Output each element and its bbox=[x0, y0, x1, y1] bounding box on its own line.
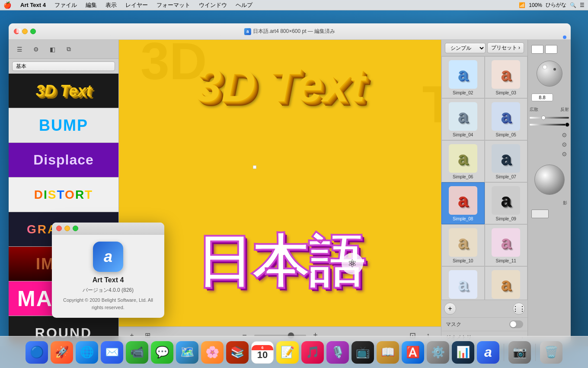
dock-arttext[interactable]: a bbox=[477, 341, 499, 364]
style-grid-item[interactable]: aSimple_08 bbox=[441, 182, 485, 224]
style-grid-item[interactable]: aSimple_10 bbox=[441, 224, 485, 266]
about-minimize-button[interactable] bbox=[64, 226, 70, 231]
dock-photos[interactable]: 🌸 bbox=[201, 341, 224, 364]
sidebar-gear-btn[interactable]: ⚙ bbox=[29, 43, 42, 55]
dock-finder[interactable]: 🔵 bbox=[26, 341, 48, 364]
help-menu[interactable]: ヘルプ bbox=[234, 1, 254, 9]
mask-toggle[interactable] bbox=[509, 320, 523, 328]
dock-books-app[interactable]: 📚 bbox=[226, 341, 249, 364]
style-grid-label: Simple_08 bbox=[453, 216, 473, 221]
style-preview-Simple_05: a bbox=[492, 102, 520, 131]
view-menu[interactable]: 表示 bbox=[104, 1, 118, 9]
diffuse-label: 広散 bbox=[530, 107, 538, 113]
dock-music[interactable]: 🎵 bbox=[301, 341, 324, 364]
style-grid-item[interactable]: aSimple_07 bbox=[485, 140, 528, 182]
style-grid-item[interactable]: aSimple_12 bbox=[441, 266, 485, 300]
input-method[interactable]: ひらがな bbox=[546, 1, 566, 9]
dock-sysprefs[interactable]: ⚙️ bbox=[427, 341, 449, 364]
about-content: a Art Text 4 バージョン4.0.0 (826) Copyright … bbox=[52, 235, 164, 318]
dock-camera[interactable]: 📷 bbox=[508, 341, 531, 364]
minimize-button[interactable] bbox=[22, 29, 28, 34]
add-style-button[interactable]: + bbox=[444, 303, 456, 315]
color-swatch-bottom[interactable] bbox=[531, 210, 549, 218]
about-fullscreen-button[interactable] bbox=[73, 226, 78, 231]
dock-mail[interactable]: ✉️ bbox=[101, 341, 123, 364]
file-menu[interactable]: ファイル bbox=[53, 1, 79, 9]
sidebar-stack-btn[interactable]: ⧉ bbox=[62, 43, 75, 55]
diffuse-reflect-row: 広散 反射 bbox=[530, 107, 569, 113]
canvas-area: 3D T 3D Text 日本語 ⚛ + ⊞ bbox=[119, 40, 441, 344]
dock-messages[interactable]: 💬 bbox=[151, 341, 173, 364]
dock-appstore[interactable]: 🅰️ bbox=[402, 341, 424, 364]
canvas-content[interactable]: 3D T 3D Text 日本語 ⚛ bbox=[119, 40, 441, 326]
about-close-button[interactable] bbox=[56, 226, 62, 231]
value-input[interactable]: 8.8 bbox=[531, 94, 553, 101]
list-item[interactable]: Displace bbox=[9, 143, 118, 178]
style-grid-item[interactable]: aSimple_04 bbox=[441, 98, 485, 140]
list-item[interactable]: DISTORT bbox=[9, 178, 118, 212]
grid-action-button[interactable]: ⋮⋮ bbox=[513, 303, 525, 315]
dock-maps[interactable]: 🗺️ bbox=[176, 341, 198, 364]
format-menu[interactable]: フォーマット bbox=[155, 1, 192, 9]
dock-calendar[interactable]: 6 10 bbox=[251, 341, 274, 364]
right-style-panel: シンプル プリセット › aSimple_02aSimple_03aSimple… bbox=[441, 40, 527, 344]
preset-dropdown[interactable]: シンプル bbox=[445, 43, 486, 53]
fullscreen-button[interactable] bbox=[30, 29, 36, 34]
preset-button[interactable]: プリセット › bbox=[487, 42, 524, 53]
bg-watermark2: T bbox=[422, 74, 441, 134]
window-menu[interactable]: ウインドウ bbox=[197, 1, 229, 9]
sidebar-layer-btn[interactable]: ◧ bbox=[46, 43, 59, 55]
style-grid-item[interactable]: aSimple_02 bbox=[441, 56, 485, 98]
wifi-icon: 📶 bbox=[519, 2, 525, 8]
dock-facetime[interactable]: 📹 bbox=[126, 341, 148, 364]
style-grid-item[interactable]: aSimple_11 bbox=[485, 224, 528, 266]
list-item[interactable]: BUMP bbox=[9, 108, 118, 143]
selection-handle[interactable] bbox=[253, 165, 256, 169]
light-direction-control[interactable] bbox=[537, 61, 562, 87]
title-label: 日本語.art4 800×600 pt — 編集済み bbox=[253, 28, 335, 35]
dock-safari[interactable]: 🌐 bbox=[76, 341, 98, 364]
dock-launchpad[interactable]: 🚀 bbox=[51, 341, 73, 364]
app-name-menu[interactable]: Art Text 4 bbox=[19, 2, 48, 8]
search-icon[interactable]: 🔍 bbox=[570, 2, 576, 8]
style-grid-item[interactable]: aSimple_13 bbox=[485, 266, 528, 300]
dock-activity[interactable]: 📊 bbox=[452, 341, 474, 364]
gear-icon-2[interactable]: ⚙ bbox=[562, 141, 567, 148]
sidebar-list-btn[interactable]: ☰ bbox=[13, 43, 26, 55]
diffuse-slider[interactable] bbox=[530, 117, 569, 119]
style-grid-label: Simple_06 bbox=[453, 174, 473, 179]
list-item[interactable]: 3D Text bbox=[9, 74, 118, 108]
color-swatch-white2[interactable] bbox=[545, 45, 557, 54]
dock-notes[interactable]: 📝 bbox=[276, 341, 299, 364]
style-grid-item[interactable]: aSimple_09 bbox=[485, 182, 528, 224]
dock-podcasts[interactable]: 🎙️ bbox=[326, 341, 349, 364]
sidebar-toolbar: ☰ ⚙ ◧ ⧉ bbox=[9, 40, 118, 59]
dock-trash[interactable]: 🗑️ bbox=[540, 341, 562, 364]
style-preview-Simple_13: a bbox=[492, 270, 520, 299]
material-sphere bbox=[534, 165, 565, 195]
style-grid-item[interactable]: aSimple_05 bbox=[485, 98, 528, 140]
rotation-handle[interactable]: ⚛ bbox=[342, 253, 363, 274]
gear-icon-3[interactable]: ⚙ bbox=[562, 151, 567, 158]
props-panel: 8.8 広散 反射 ⚙ bbox=[527, 40, 571, 344]
app-icon-small: a bbox=[244, 28, 251, 35]
style-grid-item[interactable]: aSimple_06 bbox=[441, 140, 485, 182]
mask-label: マスク bbox=[446, 321, 461, 328]
layer-menu[interactable]: レイヤー bbox=[124, 1, 150, 9]
category-select[interactable]: 基本 bbox=[12, 61, 115, 71]
style-preview-Simple_10: a bbox=[449, 228, 477, 257]
canvas-main-text: 3D Text bbox=[195, 57, 365, 112]
apple-menu[interactable]: 🍎 bbox=[3, 1, 12, 9]
style-ma-label: MA bbox=[17, 286, 53, 311]
style-displace-label: Displace bbox=[33, 152, 94, 168]
style-grid-item[interactable]: aSimple_03 bbox=[485, 56, 528, 98]
style-grid-label: Simple_07 bbox=[496, 174, 516, 179]
color-swatch-white[interactable] bbox=[531, 45, 543, 54]
dock-tv[interactable]: 📺 bbox=[352, 341, 374, 364]
dock-books2[interactable]: 📖 bbox=[377, 341, 399, 364]
reflect-slider[interactable] bbox=[530, 124, 569, 126]
gear-icon-1[interactable]: ⚙ bbox=[562, 132, 567, 139]
edit-menu[interactable]: 編集 bbox=[84, 1, 99, 9]
dock-separator bbox=[504, 344, 504, 361]
style-preview-Simple_08: a bbox=[449, 186, 477, 215]
